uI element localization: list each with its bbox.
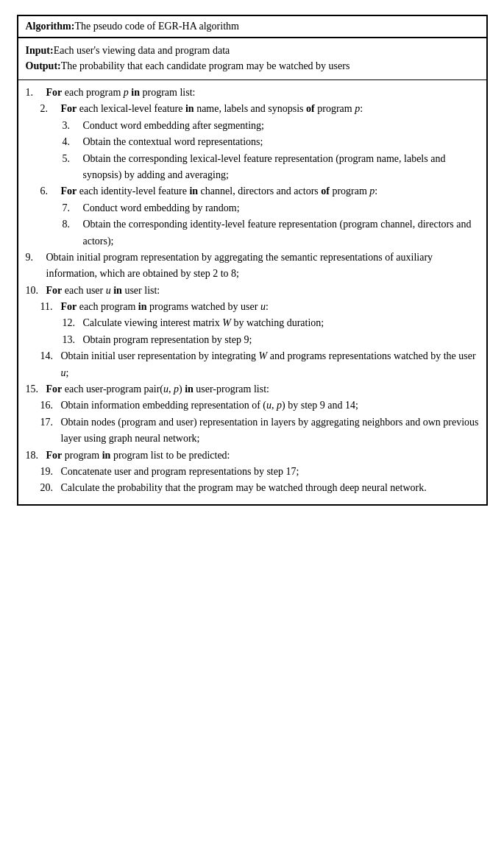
step-number: 3.	[26, 118, 83, 134]
step-item: 14.Obtain initial user representation by…	[26, 348, 479, 381]
output-line: Output:The probability that each candida…	[26, 58, 479, 74]
algorithm-box: Algorithm:The pseudo code of EGR-HA algo…	[17, 15, 488, 506]
input-label: Input:	[26, 45, 54, 56]
step-number: 19.	[26, 464, 61, 480]
step-number: 18.	[26, 448, 46, 464]
step-item: 16.Obtain information embedding represen…	[26, 397, 479, 414]
step-item: 17.Obtain nodes (program and user) repre…	[26, 414, 479, 448]
step-content: For each lexical-level feature in name, …	[61, 101, 479, 117]
step-number: 16.	[26, 397, 61, 414]
step-content: For each program in programs watched by …	[61, 299, 479, 315]
step-item: 5.Obtain the corresponding lexical-level…	[26, 151, 479, 184]
step-number: 4.	[26, 134, 83, 150]
steps-section: 1.For each program p in program list:2.F…	[18, 80, 486, 504]
step-item: 9.Obtain initial program representation …	[26, 250, 479, 283]
step-number: 5.	[26, 151, 83, 184]
step-number: 20.	[26, 480, 61, 496]
step-item: 10.For each user u in user list:	[26, 283, 479, 299]
step-content: For program in program list to be predic…	[46, 448, 479, 464]
input-output-section: Input:Each user's viewing data and progr…	[18, 38, 486, 80]
algorithm-title: The pseudo code of EGR-HA algorithm	[74, 21, 239, 32]
step-content: Obtain program representation by step 9;	[83, 332, 479, 348]
step-item: 4.Obtain the contextual word representat…	[26, 134, 479, 150]
step-number: 13.	[26, 332, 83, 348]
step-number: 9.	[26, 250, 46, 283]
step-content: Obtain nodes (program and user) represen…	[61, 414, 479, 448]
step-content: Obtain information embedding representat…	[61, 397, 479, 414]
step-item: 6.For each identity-level feature in cha…	[26, 183, 479, 199]
step-item: 15.For each user-program pair(u, p) in u…	[26, 381, 479, 397]
step-content: Obtain initial user representation by in…	[61, 348, 479, 381]
output-text: The probability that each candidate prog…	[61, 60, 350, 71]
step-content: Conduct word embedding after segmenting;	[83, 118, 479, 134]
step-number: 10.	[26, 283, 46, 299]
step-content: For each identity-level feature in chann…	[61, 183, 479, 199]
step-number: 7.	[26, 200, 83, 216]
step-number: 6.	[26, 183, 61, 199]
step-item: 18.For program in program list to be pre…	[26, 448, 479, 464]
step-number: 15.	[26, 381, 46, 397]
step-number: 8.	[26, 216, 83, 250]
step-item: 20.Calculate the probability that the pr…	[26, 480, 479, 496]
step-content: Calculate the probability that the progr…	[61, 480, 479, 496]
step-item: 13.Obtain program representation by step…	[26, 332, 479, 348]
step-item: 7.Conduct word embedding by random;	[26, 200, 479, 216]
step-number: 1.	[26, 85, 46, 101]
step-number: 11.	[26, 299, 61, 315]
step-item: 12.Calculate viewing interest matrix W b…	[26, 315, 479, 331]
step-number: 12.	[26, 315, 83, 331]
input-line: Input:Each user's viewing data and progr…	[26, 43, 479, 58]
step-content: Calculate viewing interest matrix W by w…	[83, 315, 479, 331]
step-content: Obtain the corresponding lexical-level f…	[83, 151, 479, 184]
step-content: For each user u in user list:	[46, 283, 479, 299]
step-content: For each program p in program list:	[46, 85, 479, 101]
step-content: Obtain the corresponding identity-level …	[83, 216, 479, 250]
step-item: 8.Obtain the corresponding identity-leve…	[26, 216, 479, 250]
step-content: Conduct word embedding by random;	[83, 200, 479, 216]
step-content: Obtain the contextual word representatio…	[83, 134, 479, 150]
step-content: Concatenate user and program representat…	[61, 464, 479, 480]
step-item: 1.For each program p in program list:	[26, 85, 479, 101]
step-item: 11.For each program in programs watched …	[26, 299, 479, 315]
step-item: 19.Concatenate user and program represen…	[26, 464, 479, 480]
step-item: 2.For each lexical-level feature in name…	[26, 101, 479, 117]
step-number: 2.	[26, 101, 61, 117]
step-number: 14.	[26, 348, 61, 381]
step-content: For each user-program pair(u, p) in user…	[46, 381, 479, 397]
algorithm-label: Algorithm:	[26, 21, 75, 32]
step-content: Obtain initial program representation by…	[46, 250, 479, 283]
step-item: 3.Conduct word embedding after segmentin…	[26, 118, 479, 134]
input-text: Each user's viewing data and program dat…	[54, 45, 230, 56]
output-label: Output:	[26, 60, 61, 71]
algorithm-header: Algorithm:The pseudo code of EGR-HA algo…	[18, 16, 486, 38]
step-number: 17.	[26, 414, 61, 448]
